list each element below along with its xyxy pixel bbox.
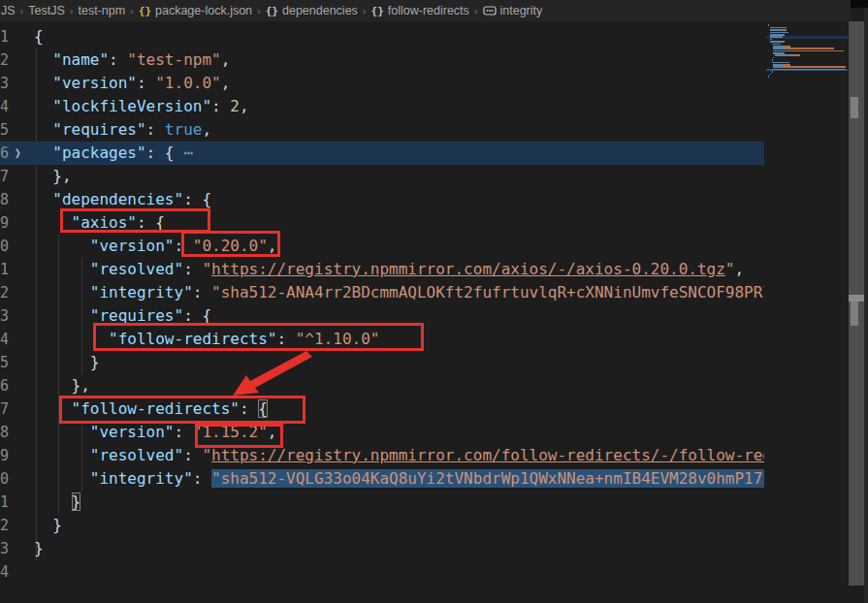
code-line-12[interactable]: 12 "integrity": "sha512-ANA4rr2BDcmmAQLO… [0,281,764,304]
line-number: 10 [0,235,9,258]
code-token: https://registry.npmmirror.com/follow-re… [211,446,764,464]
breadcrumb-item-integrity[interactable]: integrity [482,4,544,17]
breadcrumb-item-test-npm[interactable]: test-npm [77,4,126,17]
code-token: "resolved" [90,260,183,278]
code-token: : [183,190,202,208]
code-line-4[interactable]: 4 "lockfileVersion": 2, [0,95,764,118]
line-number: 22 [0,514,9,537]
code-token: : [183,260,202,278]
code-token: " [202,446,211,464]
code-line-5[interactable]: 5 "requires": true, [0,118,764,142]
code-line-9[interactable]: 9 "axios": { [0,211,764,235]
code-token: { [34,27,44,46]
breadcrumb-label: package-lock.json [155,4,252,17]
code-line-8[interactable]: 8 "dependencies": { [0,188,764,211]
code-line-21[interactable]: 21 } [0,491,764,514]
line-number: 3 [0,72,9,95]
code-line-3[interactable]: 3 "version": "1.0.0", [0,72,764,95]
vscode-editor-window: JS›TestJS›test-npm›{}package-lock.json›{… [0,0,868,603]
code-token: "resolved" [90,446,183,464]
code-token: "requires" [90,306,183,325]
breadcrumb-item-package-lock-json[interactable]: {}package-lock.json [138,4,253,17]
line-number: 12 [0,281,9,304]
code-token: { [258,399,268,418]
code-token: "packages" [52,143,145,162]
code-line-23[interactable]: 23} [0,537,764,560]
breadcrumb-label: test-npm [78,4,125,17]
scrollbar-thumb[interactable] [851,97,858,118]
code-token: { [202,190,211,208]
code-token [34,306,90,325]
code-line-15[interactable]: 15 } [0,351,764,374]
code-token: "test-npm" [127,50,220,69]
code-line-16[interactable]: 16 }, [0,374,764,397]
line-number: 23 [0,537,9,560]
code-token: "name" [52,50,109,69]
code-token: }, [52,167,71,185]
code-token: "integrity" [90,469,193,488]
code-token: }, [72,376,90,395]
code-line-22[interactable]: 22 } [0,514,764,537]
code-token: "axios" [72,213,137,232]
code-line-1[interactable]: 1{ [0,25,764,48]
code-token: "1.15.2" [193,423,268,441]
code-line-19[interactable]: 19 "resolved": "https://registry.npmmirr… [0,444,764,467]
breadcrumb-item-follow-redirects[interactable]: {}follow-redirects [370,4,470,17]
code-token: "lockfileVersion" [52,97,211,115]
minimap[interactable] [766,24,848,567]
code-token: , [221,50,231,69]
code-token: { [155,213,165,232]
breadcrumb-item-testjs[interactable]: TestJS [27,4,66,17]
code-token: : [109,50,127,69]
code-token [34,143,52,162]
breadcrumb-label: JS [1,4,16,17]
code-token [34,399,72,418]
object-symbol-icon: {} [266,5,278,17]
line-number: 24 [0,560,9,584]
code-token: , [240,97,249,115]
breadcrumb-separator: › [363,5,367,16]
code-line-6[interactable]: 6❯ "packages": { ⋯ [0,142,764,165]
line-number: 6 [0,142,9,165]
code-token: "^1.10.0" [296,330,380,348]
code-token: : [211,97,230,115]
code-token: : [146,143,165,162]
line-number: 16 [0,374,9,397]
code-token: "requires" [52,120,145,139]
code-token [34,446,90,464]
code-token: true [165,120,203,139]
breadcrumb-item-js[interactable]: JS [0,4,16,17]
code-token [34,516,52,534]
line-number: 19 [0,444,9,467]
code-line-13[interactable]: 13 "requires": { [0,304,764,328]
line-number: 13 [0,304,9,328]
code-line-20[interactable]: 20 "integrity": "sha512-VQLG33o04KaQ8uYi… [0,467,764,491]
line-number: 7 [0,165,9,188]
scrollbar-thumb-secondary[interactable] [851,302,858,326]
code-token: "follow-redirects" [72,399,240,418]
code-line-2[interactable]: 2 "name": "test-npm", [0,48,764,72]
code-line-11[interactable]: 11 "resolved": "https://registry.npmmirr… [0,258,764,281]
code-line-7[interactable]: 7 }, [0,165,764,188]
breadcrumb-label: dependencies [282,4,358,17]
code-token: "version" [90,237,175,255]
code-token: : [240,399,258,418]
json-file-icon: {} [139,5,151,17]
code-line-18[interactable]: 18 "version": "1.15.2", [0,421,764,444]
line-number: 5 [0,118,9,142]
code-token: } [72,492,81,511]
code-line-17[interactable]: 17 "follow-redirects": { [0,397,764,421]
code-token: , [268,423,277,441]
code-token: "dependencies" [52,190,183,208]
code-line-14[interactable]: 14 "follow-redirects": "^1.10.0" [0,328,764,351]
code-line-10[interactable]: 10 "version": "0.20.0", [0,235,764,258]
code-line-24[interactable]: 24 [0,560,764,584]
code-editor[interactable]: 1{2 "name": "test-npm",3 "version": "1.0… [0,21,764,587]
code-token [34,423,90,441]
code-token: } [34,539,44,557]
fold-chevron-icon[interactable]: ❯ [15,140,21,168]
code-token [34,376,72,395]
code-token: https://registry.npmmirror.com/axios/-/a… [211,260,725,278]
breadcrumb-item-dependencies[interactable]: {}dependencies [265,4,359,17]
code-token: "sha512-ANA4rr2BDcmmAQLOKft2fufrtuvlqR+c… [211,283,764,302]
